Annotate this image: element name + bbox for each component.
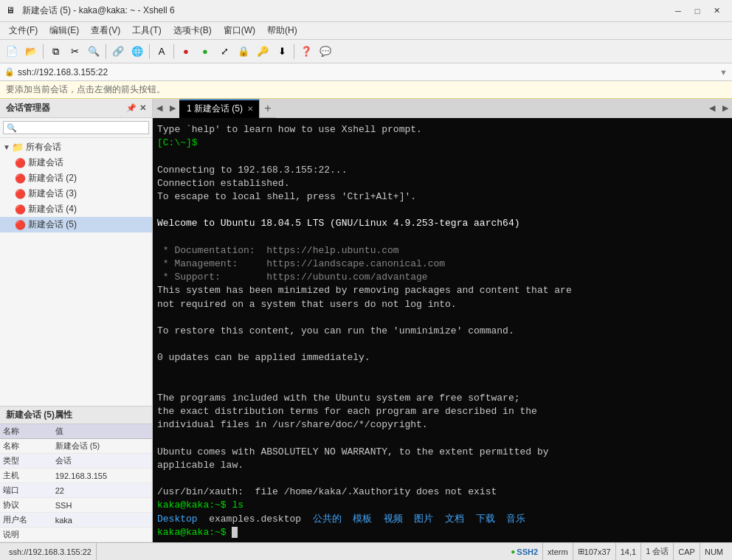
toolbar-new-session[interactable]: 📄 xyxy=(3,43,21,61)
terminal-area: ◀ ▶ 1 新建会话 (5) ✕ + ◀ ▶ Connection closin… xyxy=(153,99,732,542)
sidebar-item-session4[interactable]: 🔴 新建会话 (4) xyxy=(0,201,152,217)
menu-tools[interactable]: 工具(T) xyxy=(126,23,167,38)
address-dropdown-icon[interactable]: ▼ xyxy=(719,68,728,77)
properties-panel: 新建会话 (5)属性 名称 值 名称新建会话 (5)类型会话主机192.168.… xyxy=(0,406,152,542)
close-button[interactable]: ✕ xyxy=(707,4,726,18)
status-protocol-text: SSH2 xyxy=(517,547,538,556)
app-icon: 🖥 xyxy=(6,5,18,17)
menu-help[interactable]: 帮助(H) xyxy=(261,23,303,38)
infobar-text: 要添加当前会话，点击左侧的箭头按钮。 xyxy=(6,83,165,96)
menu-window[interactable]: 窗口(W) xyxy=(218,23,261,38)
toolbar-connect[interactable]: 🔗 xyxy=(109,43,127,61)
props-value-cell: 新建会话 (5) xyxy=(52,439,152,454)
sidebar-title: 会话管理器 xyxy=(6,102,50,114)
menu-view[interactable]: 查看(V) xyxy=(85,23,126,38)
toolbar-cut[interactable]: ✂ xyxy=(66,43,83,61)
status-term: xterm xyxy=(543,543,573,560)
toolbar-red[interactable]: ● xyxy=(177,43,195,61)
properties-table: 名称 值 名称新建会话 (5)类型会话主机192.168.3.155端口22协议… xyxy=(0,424,152,542)
toolbar-chat[interactable]: 💬 xyxy=(317,43,334,61)
session-icon-1: 🔴 xyxy=(15,158,26,168)
tab-scroll-left[interactable]: ◀ xyxy=(705,99,719,118)
menu-tabs[interactable]: 选项卡(B) xyxy=(168,23,218,38)
sidebar-item-session5[interactable]: 🔴 新建会话 (5) xyxy=(0,217,152,232)
terminal-content[interactable]: Connection closing...Socket close. Conne… xyxy=(153,118,732,542)
props-value-cell: SSH xyxy=(52,498,152,513)
tab-close-icon[interactable]: ✕ xyxy=(247,105,253,113)
session-label-2: 新建会话 (2) xyxy=(28,172,77,184)
status-size-text: 107x37 xyxy=(584,547,611,556)
menu-edit[interactable]: 编辑(E) xyxy=(44,23,85,38)
lock-icon: 🔒 xyxy=(4,67,15,77)
session-icon-4: 🔴 xyxy=(15,204,26,215)
tree-root-item[interactable]: ▼ 📁 所有会话 xyxy=(0,139,152,155)
tab-bar: ◀ ▶ 1 新建会话 (5) ✕ + ◀ ▶ xyxy=(153,99,732,118)
sidebar: 会话管理器 📌 ✕ ▼ 📁 所有会话 🔴 新建会话 🔴 新建会话 (2) xyxy=(0,99,153,542)
toolbar-key[interactable]: 🔑 xyxy=(254,43,272,61)
address-url: ssh://192.168.3.155:22 xyxy=(18,67,717,77)
props-name-cell: 类型 xyxy=(0,454,52,469)
toolbar-open[interactable]: 📂 xyxy=(22,43,40,61)
toolbar-help[interactable]: ❓ xyxy=(297,43,315,61)
status-num: NUM xyxy=(700,543,728,560)
status-size: ⊞ 107x37 xyxy=(573,543,616,560)
toolbar-resize[interactable]: ⤢ xyxy=(215,43,233,61)
main-layout: 会话管理器 📌 ✕ ▼ 📁 所有会话 🔴 新建会话 🔴 新建会话 (2) xyxy=(0,99,732,542)
statusbar: ssh://192.168.3.155:22 ● SSH2 xterm ⊞ 10… xyxy=(0,542,732,560)
menubar: 文件(F) 编辑(E) 查看(V) 工具(T) 选项卡(B) 窗口(W) 帮助(… xyxy=(0,22,732,40)
toolbar-green[interactable]: ● xyxy=(196,43,214,61)
props-name-cell: 主机 xyxy=(0,469,52,483)
toolbar-more[interactable]: ⬇ xyxy=(273,43,291,61)
status-num-text: NUM xyxy=(705,547,723,556)
tab-active[interactable]: 1 新建会话 (5) ✕ xyxy=(179,99,260,118)
infobar: 要添加当前会话，点击左侧的箭头按钮。 xyxy=(0,81,732,99)
status-caps-text: CAP xyxy=(678,547,695,556)
tree-root-label: 所有会话 xyxy=(26,141,61,153)
tree-folder-icon: 📁 xyxy=(12,142,24,153)
sidebar-search-input[interactable] xyxy=(3,121,149,134)
session-label-1: 新建会话 xyxy=(28,156,63,169)
minimize-button[interactable]: ─ xyxy=(669,4,688,18)
session-icon-5: 🔴 xyxy=(15,220,26,230)
menu-file[interactable]: 文件(F) xyxy=(3,23,44,38)
props-name-cell: 名称 xyxy=(0,439,52,454)
properties-header: 新建会话 (5)属性 xyxy=(0,407,152,424)
status-sessions: 1 会话 xyxy=(641,543,674,560)
toolbar-lock[interactable]: 🔒 xyxy=(235,43,252,61)
sidebar-tree: ▼ 📁 所有会话 🔴 新建会话 🔴 新建会话 (2) 🔴 新建会话 (3) 🔴 … xyxy=(0,138,152,406)
toolbar-find[interactable]: 🔍 xyxy=(85,43,103,61)
props-col-value: 值 xyxy=(52,424,152,439)
toolbar-font[interactable]: A xyxy=(153,43,170,61)
tab-add-button[interactable]: + xyxy=(260,100,276,117)
sidebar-header-controls: 📌 ✕ xyxy=(126,103,146,113)
sidebar-search-area xyxy=(0,118,152,138)
props-name-cell: 说明 xyxy=(0,528,52,542)
tab-scroll-right[interactable]: ▶ xyxy=(719,99,732,118)
addressbar: 🔒 ssh://192.168.3.155:22 ▼ xyxy=(0,63,732,81)
maximize-button[interactable]: □ xyxy=(688,4,707,18)
status-sessions-text: 1 会话 xyxy=(646,546,669,557)
sidebar-pin-icon[interactable]: 📌 xyxy=(126,103,137,113)
sidebar-item-session2[interactable]: 🔴 新建会话 (2) xyxy=(0,170,152,186)
tab-nav-prev[interactable]: ◀ xyxy=(153,99,166,118)
props-name-cell: 用户名 xyxy=(0,513,52,528)
session-icon-2: 🔴 xyxy=(15,173,26,184)
session-label-5: 新建会话 (5) xyxy=(28,218,77,231)
props-name-cell: 协议 xyxy=(0,498,52,513)
toolbar-globe[interactable]: 🌐 xyxy=(128,43,146,61)
status-url: ssh://192.168.3.155:22 xyxy=(4,543,97,560)
props-value-cell xyxy=(52,528,152,542)
tab-label: 1 新建会话 (5) xyxy=(187,103,243,115)
status-coords: 14,1 xyxy=(616,543,641,560)
sidebar-item-session1[interactable]: 🔴 新建会话 xyxy=(0,155,152,170)
tab-nav-next[interactable]: ▶ xyxy=(166,99,179,118)
sidebar-header: 会话管理器 📌 ✕ xyxy=(0,99,152,118)
props-value-cell: 192.168.3.155 xyxy=(52,469,152,483)
status-green-dot: ● xyxy=(511,547,515,556)
toolbar-copy[interactable]: ⧉ xyxy=(46,43,64,61)
titlebar: 🖥 新建会话 (5) - kaka@kaka: ~ - Xshell 6 ─ □… xyxy=(0,0,732,22)
sidebar-item-session3[interactable]: 🔴 新建会话 (3) xyxy=(0,186,152,201)
props-col-name: 名称 xyxy=(0,424,52,439)
sidebar-close-icon[interactable]: ✕ xyxy=(139,103,146,113)
props-value-cell: 会话 xyxy=(52,454,152,469)
